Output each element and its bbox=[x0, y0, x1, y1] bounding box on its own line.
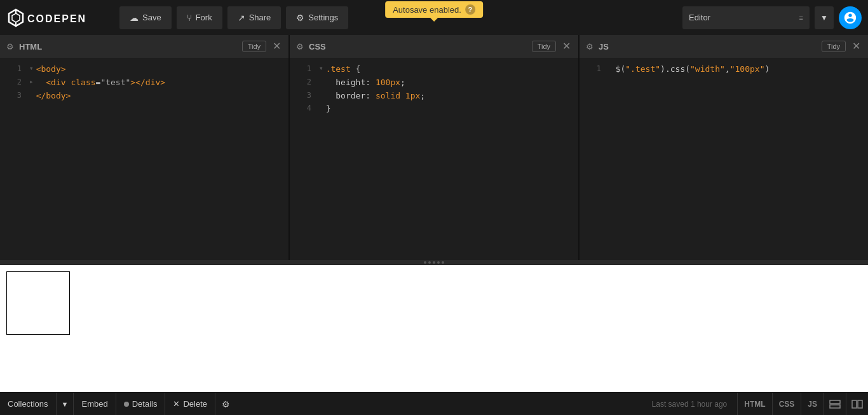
drag-handle-dots bbox=[424, 261, 444, 264]
fork-button[interactable]: ⑂ Fork bbox=[177, 6, 222, 29]
editor-selector-menu-icon: ≡ bbox=[799, 14, 803, 22]
footer-right: Last saved 1 hour ago HTML CSS JS bbox=[642, 393, 868, 416]
css-editor-title: CSS bbox=[309, 42, 527, 51]
drag-dot bbox=[433, 261, 435, 264]
fork-label: Fork bbox=[196, 13, 212, 22]
footer-left: Collections ▼ Embed Details ✕ Delete ⚙ bbox=[0, 393, 236, 416]
drag-dot bbox=[428, 261, 431, 264]
html-line-1: 1 ▾ <body> bbox=[0, 63, 288, 76]
details-label: Details bbox=[132, 399, 158, 409]
css-close-button[interactable]: ✕ bbox=[561, 41, 572, 51]
view-grid-icon bbox=[851, 400, 863, 409]
css-editor-content[interactable]: 1 ▾ .test { 2 height: 100px; 3 border: s… bbox=[290, 58, 578, 260]
view-chevron-button[interactable]: ▼ bbox=[815, 6, 834, 29]
js-editor-title: JS bbox=[599, 42, 817, 51]
js-editor-content[interactable]: 1 $(".test").css("width","100px") bbox=[580, 58, 868, 260]
save-button[interactable]: ☁ Save bbox=[119, 6, 172, 29]
html-close-button[interactable]: ✕ bbox=[271, 41, 282, 51]
autosave-text: Autosave enabled. bbox=[393, 5, 461, 15]
svg-rect-5 bbox=[830, 400, 840, 404]
js-settings-icon[interactable]: ⚙ bbox=[586, 42, 593, 51]
fork-icon: ⑂ bbox=[187, 13, 192, 23]
drag-handle[interactable] bbox=[0, 260, 868, 265]
js-close-button[interactable]: ✕ bbox=[851, 41, 862, 51]
autosave-tooltip: Autosave enabled. ? bbox=[385, 1, 483, 18]
css-line-4: 4 } bbox=[290, 102, 578, 116]
footer: Collections ▼ Embed Details ✕ Delete ⚙ L… bbox=[0, 392, 868, 415]
footer-extra-button[interactable]: ⚙ bbox=[215, 393, 236, 416]
autosave-help-icon[interactable]: ? bbox=[465, 4, 475, 15]
svg-text:CODEPEN: CODEPEN bbox=[27, 13, 86, 24]
editor-selector[interactable]: Editor ≡ bbox=[682, 6, 810, 29]
footer-view-single-button[interactable] bbox=[824, 393, 846, 416]
preview-content bbox=[0, 265, 868, 392]
embed-button[interactable]: Embed bbox=[74, 393, 116, 416]
save-label: Save bbox=[142, 13, 161, 22]
chevron-down-icon: ▼ bbox=[820, 13, 828, 22]
settings-icon: ⚙ bbox=[296, 13, 304, 23]
delete-x-icon: ✕ bbox=[173, 399, 180, 409]
html-editor-content[interactable]: 1 ▾ <body> 2 ▸ <div class="test"></div> … bbox=[0, 58, 288, 260]
svg-rect-6 bbox=[830, 405, 840, 408]
logo: CODEPEN bbox=[6, 8, 108, 27]
css-tidy-button[interactable]: Tidy bbox=[532, 41, 556, 52]
css-line-1: 1 ▾ .test { bbox=[290, 63, 578, 76]
settings-label: Settings bbox=[308, 13, 338, 22]
footer-view-grid-button[interactable] bbox=[846, 393, 868, 416]
editor-selector-label: Editor bbox=[689, 13, 710, 22]
html-settings-icon[interactable]: ⚙ bbox=[6, 42, 14, 51]
js-tidy-button[interactable]: Tidy bbox=[822, 41, 846, 52]
save-icon: ☁ bbox=[130, 13, 139, 23]
drag-dot bbox=[437, 261, 440, 264]
header-right: Editor ≡ ▼ bbox=[682, 6, 862, 29]
share-label: Share bbox=[249, 13, 271, 22]
html-editor-title: HTML bbox=[19, 42, 237, 51]
css-line-3: 3 border: solid 1px; bbox=[290, 90, 578, 103]
footer-css-button[interactable]: CSS bbox=[772, 393, 801, 416]
js-line-1: 1 $(".test").css("width","100px") bbox=[580, 63, 868, 76]
share-icon: ↗ bbox=[238, 13, 245, 23]
details-button[interactable]: Details bbox=[116, 393, 166, 416]
html-editor-panel: ⚙ HTML Tidy ✕ 1 ▾ <body> 2 ▸ <div class=… bbox=[0, 35, 290, 260]
footer-js-button[interactable]: JS bbox=[801, 393, 824, 416]
preview-area bbox=[0, 265, 868, 392]
header: CODEPEN ☁ Save ⑂ Fork ↗ Share ⚙ Settings… bbox=[0, 0, 868, 35]
svg-rect-7 bbox=[852, 400, 857, 408]
html-line-3: 3 </body> bbox=[0, 90, 288, 103]
html-tidy-button[interactable]: Tidy bbox=[242, 41, 266, 52]
settings-small-icon: ⚙ bbox=[222, 399, 230, 409]
css-editor-panel: ⚙ CSS Tidy ✕ 1 ▾ .test { 2 height: 100px… bbox=[290, 35, 580, 260]
delete-label: Delete bbox=[183, 399, 207, 409]
preview-rendered-box bbox=[6, 271, 70, 335]
html-line-2: 2 ▸ <div class="test"></div> bbox=[0, 76, 288, 90]
view-single-icon bbox=[829, 400, 841, 409]
chevron-down-icon: ▼ bbox=[62, 400, 69, 408]
js-editor-panel: ⚙ JS Tidy ✕ 1 $(".test").css("width","10… bbox=[580, 35, 868, 260]
css-settings-icon[interactable]: ⚙ bbox=[296, 42, 304, 51]
collections-button[interactable]: Collections bbox=[0, 393, 56, 416]
delete-button[interactable]: ✕ Delete bbox=[165, 393, 215, 416]
user-avatar[interactable] bbox=[839, 6, 862, 29]
js-editor-header: ⚙ JS Tidy ✕ bbox=[580, 35, 868, 58]
html-editor-header: ⚙ HTML Tidy ✕ bbox=[0, 35, 288, 58]
css-line-2: 2 height: 100px; bbox=[290, 76, 578, 90]
settings-button[interactable]: ⚙ Settings bbox=[286, 6, 348, 29]
drag-dot bbox=[424, 261, 426, 264]
details-dot-icon bbox=[124, 402, 129, 407]
drag-dot bbox=[442, 261, 444, 264]
css-editor-header: ⚙ CSS Tidy ✕ bbox=[290, 35, 578, 58]
svg-marker-1 bbox=[12, 13, 20, 22]
footer-html-button[interactable]: HTML bbox=[737, 393, 771, 416]
editors-container: ⚙ HTML Tidy ✕ 1 ▾ <body> 2 ▸ <div class=… bbox=[0, 35, 868, 260]
svg-rect-8 bbox=[858, 400, 862, 408]
last-saved-text: Last saved 1 hour ago bbox=[642, 400, 738, 409]
share-button[interactable]: ↗ Share bbox=[227, 6, 281, 29]
collections-section: Collections ▼ bbox=[0, 393, 74, 416]
collections-dropdown-button[interactable]: ▼ bbox=[56, 393, 74, 416]
